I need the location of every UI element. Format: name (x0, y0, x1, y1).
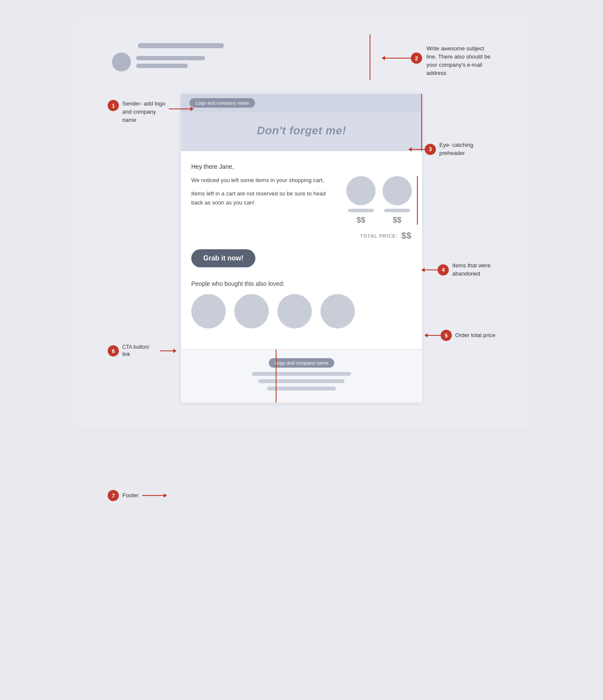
loved-item-1 (191, 294, 226, 328)
arrow-line-3 (412, 149, 425, 150)
email-text-col: We noticed you left some items in your s… (191, 176, 338, 211)
email-header: Logo and company name Don't forget me! (181, 94, 422, 151)
arrow-2: 2 (382, 53, 422, 64)
item-line-1 (348, 209, 374, 212)
logo-pill: Logo and company name (190, 98, 255, 108)
also-loved-items (191, 294, 412, 328)
total-amount: $$ (401, 231, 412, 241)
annotation-6-text: CTA button/ link (122, 344, 157, 359)
arrow-3: 3 (408, 144, 436, 155)
item-price-1: $$ (357, 216, 365, 225)
email-footer: Logo and company name (181, 349, 422, 403)
arrow-line-4 (425, 269, 438, 270)
inbox-avatar (112, 53, 131, 71)
arrow-6 (160, 349, 177, 353)
email-greeting: Hey there Jane, (191, 163, 412, 170)
email-headline: Don't forget me! (181, 112, 422, 151)
page-wrapper: 2 Write awesome subject line. There also… (73, 17, 530, 428)
items-row: $$ $$ (346, 176, 412, 225)
cta-row: Grab it now! (191, 248, 412, 276)
arrowhead-right-1 (190, 107, 194, 111)
also-loved-title: People who bought this also loved: (191, 280, 412, 287)
item-img-2 (382, 176, 412, 205)
badge-4: 4 (438, 264, 449, 276)
arrowhead-left-3 (408, 147, 412, 152)
arrowhead-left-5 (424, 333, 428, 338)
arrow-7 (142, 493, 167, 498)
also-loved-section: People who bought this also loved: (191, 276, 412, 339)
item-2: $$ (382, 176, 412, 225)
email-logo-bar: Logo and company name (181, 94, 422, 112)
item-line-2 (384, 209, 410, 212)
inbox-sender-lines (136, 56, 205, 68)
annotation-5-block: 5 Order total price (424, 330, 495, 341)
badge-5: 5 (441, 330, 452, 341)
arrow-line-2 (385, 58, 411, 59)
footer-line-2 (258, 379, 345, 383)
item-1: $$ (346, 176, 376, 225)
badge-6: 6 (108, 345, 119, 356)
arrow-line-1 (169, 108, 190, 109)
email-body: Hey there Jane, We noticed you left some… (181, 151, 422, 349)
arrow-1 (169, 107, 194, 111)
footer-line-1 (252, 372, 351, 376)
annotation-4-text: Items that were abandoned (452, 262, 495, 278)
inbox-vline (370, 34, 370, 80)
items-vline (417, 176, 418, 225)
annotation-1-text: Sender- add logo and company name (122, 100, 165, 124)
inbox-line-long (136, 56, 205, 60)
badge-2: 2 (411, 53, 422, 64)
annotation-7-text: Footer (122, 492, 139, 500)
inbox-line-short (136, 64, 188, 68)
email-body-text1: We noticed you left some items in your s… (191, 176, 338, 185)
item-price-2: $$ (393, 216, 401, 225)
arrowhead-right-7 (164, 493, 167, 498)
arrowhead-left-4 (421, 268, 425, 272)
annotation-7-block: 7 Footer (108, 490, 167, 501)
arrow-line-6 (160, 350, 173, 351)
arrow-line-7 (142, 495, 164, 496)
inbox-subject-bar (138, 43, 224, 48)
annotation-3-text: Eye- catching preheader (439, 141, 495, 158)
arrow-4: 4 (421, 264, 449, 276)
annotation-5-text: Order total price (455, 331, 495, 340)
annotation-4-block: 4 Items that were abandoned (421, 262, 495, 278)
footer-logo-pill: Logo and company name (269, 358, 334, 368)
arrow-5: 5 (424, 330, 452, 341)
total-label: TOTAL PRICE: (360, 233, 398, 238)
email-card: Logo and company name Don't forget me! H… (181, 94, 422, 403)
badge-3: 3 (425, 144, 436, 155)
loved-item-4 (320, 294, 355, 328)
footer-vline (276, 350, 277, 403)
footer-lines (191, 372, 412, 390)
cta-button[interactable]: Grab it now! (191, 249, 255, 267)
footer-line-3 (267, 387, 336, 390)
badge-7: 7 (108, 490, 119, 501)
total-row: TOTAL PRICE: $$ (191, 225, 412, 248)
arrow-line-5 (428, 335, 441, 336)
annotation-3-block: 3 Eye- catching preheader (408, 141, 495, 158)
email-body-text2: Items left in a cart are not reserved so… (191, 189, 338, 208)
annotation-2-block: 2 Write awesome subject line. There also… (382, 45, 495, 77)
email-items-col: $$ $$ (346, 176, 412, 225)
loved-item-2 (234, 294, 269, 328)
email-content-row: We noticed you left some items in your s… (191, 176, 412, 225)
loved-item-3 (277, 294, 312, 328)
annotation-2-text: Write awesome subject line. There also s… (426, 45, 495, 77)
item-img-1 (346, 176, 376, 205)
annotation-1-block: 1 Sender- add logo and company name (108, 100, 194, 124)
email-headline-text: Don't forget me! (190, 124, 413, 137)
arrowhead-right-6 (173, 349, 177, 353)
annotation-6-block: 6 CTA button/ link (108, 344, 177, 359)
arrowhead-left-2 (382, 56, 385, 60)
badge-1: 1 (108, 100, 119, 111)
main-layout: Logo and company name Don't forget me! H… (99, 94, 504, 403)
